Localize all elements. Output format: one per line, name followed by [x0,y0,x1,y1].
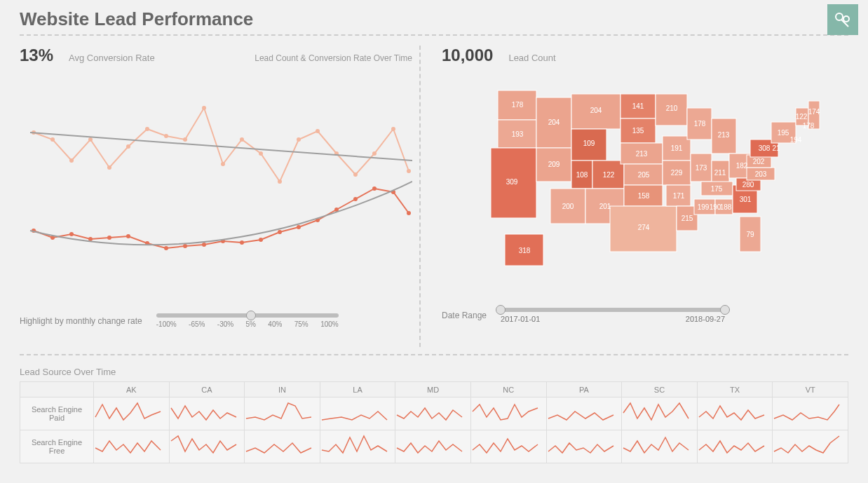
page-title: Website Lead Performance [20,8,253,30]
col-header[interactable]: SC [622,382,698,397]
tick: -100% [156,320,177,328]
svg-point-4 [50,137,55,142]
svg-rect-49 [536,148,571,182]
svg-rect-81 [771,122,796,143]
col-header[interactable]: MD [395,382,471,397]
tick: 75% [294,320,308,328]
spark-cell[interactable] [169,430,245,463]
col-header[interactable]: VT [773,382,848,397]
svg-rect-68 [691,154,712,182]
highlight-slider-label: Highlight by monthly change rate [20,316,142,326]
col-header[interactable]: AK [94,382,170,397]
svg-point-23 [407,169,411,173]
spark-cell[interactable] [773,430,848,463]
svg-rect-84 [505,234,543,266]
col-header[interactable]: IN [245,382,320,397]
spark-cell[interactable] [94,397,170,430]
svg-rect-59 [624,164,663,185]
tick: 100% [320,320,339,328]
tick: -65% [189,320,205,328]
svg-point-33 [202,243,206,247]
col-header[interactable]: NC [470,382,546,397]
tick: -30% [217,320,233,328]
date-thumb-start[interactable] [496,305,506,315]
spark-cell[interactable] [546,430,622,463]
svg-point-15 [259,151,263,156]
col-header[interactable]: CA [169,382,245,397]
leadcount-value: 10,000 [442,46,493,65]
date-start: 2017-01-01 [501,315,540,323]
spark-cell[interactable] [622,397,698,430]
trend-leadcount [30,182,412,245]
spark-cell[interactable] [773,397,848,430]
conversion-subtitle: Lead Count & Conversion Rate Over Time [255,53,412,63]
svg-point-27 [88,237,93,241]
svg-point-20 [353,172,358,177]
svg-point-21 [372,151,377,156]
conversion-chart[interactable] [20,69,412,308]
spark-cell[interactable] [470,397,546,430]
spark-cell[interactable] [320,397,395,430]
svg-rect-62 [656,94,687,125]
svg-rect-64 [663,161,691,185]
spark-cell[interactable] [622,430,698,463]
date-thumb-end[interactable] [720,305,730,315]
date-range-slider[interactable] [501,308,725,312]
spark-cell[interactable] [395,397,471,430]
svg-rect-76 [740,217,761,252]
conversion-label: Avg Conversion Rate [69,53,155,63]
svg-point-44 [407,211,411,215]
svg-point-35 [240,240,244,245]
svg-point-26 [69,232,74,236]
svg-rect-61 [610,206,677,252]
svg-point-14 [240,137,244,142]
svg-point-6 [88,137,93,142]
svg-rect-46 [498,120,536,148]
series-conversion [34,108,409,182]
svg-point-37 [278,230,282,234]
svg-rect-58 [621,143,663,164]
table-row: Search Engine Paid [20,397,848,430]
svg-point-5 [69,158,74,163]
col-header[interactable]: LA [320,382,395,397]
svg-rect-52 [571,161,592,189]
slider-thumb[interactable] [246,311,256,320]
spark-cell[interactable] [697,397,773,430]
spark-cell[interactable] [395,430,471,463]
svg-rect-51 [571,129,606,161]
svg-rect-50 [571,94,621,129]
spark-cell[interactable] [94,430,170,463]
tick: 5% [246,320,256,328]
svg-point-28 [107,236,111,240]
svg-rect-78 [747,168,775,180]
spark-cell[interactable] [245,397,320,430]
sparkline-title: Lead Source Over Time [20,367,848,377]
svg-point-1 [843,16,849,22]
svg-point-18 [316,129,320,133]
spark-cell[interactable] [320,430,395,463]
svg-rect-67 [687,108,712,140]
spark-cell[interactable] [245,430,320,463]
conversion-value: 13% [20,46,53,65]
svg-rect-45 [498,90,536,120]
spark-cell[interactable] [697,430,773,463]
date-end: 2018-09-27 [686,315,725,323]
highlight-slider[interactable] [156,313,339,318]
spark-cell[interactable] [470,430,546,463]
row-label: Search Engine Paid [20,397,94,430]
spark-cell[interactable] [546,397,622,430]
svg-rect-60 [624,185,663,206]
svg-point-42 [372,186,377,191]
us-map[interactable]: 178 193 309 204 209 204 109 108 122 200 … [470,69,820,301]
svg-rect-72 [701,182,733,196]
spark-cell[interactable] [169,397,245,430]
svg-rect-73 [694,199,715,215]
svg-point-38 [297,225,301,229]
brand-icon [833,10,853,29]
svg-point-16 [278,179,282,184]
col-header[interactable]: TX [697,382,773,397]
date-range-label: Date Range [442,311,487,320]
col-header[interactable]: PA [546,382,622,397]
conversion-panel: 13% Avg Conversion Rate Lead Count & Con… [20,46,419,347]
leadcount-label: Lead Count [508,53,555,63]
